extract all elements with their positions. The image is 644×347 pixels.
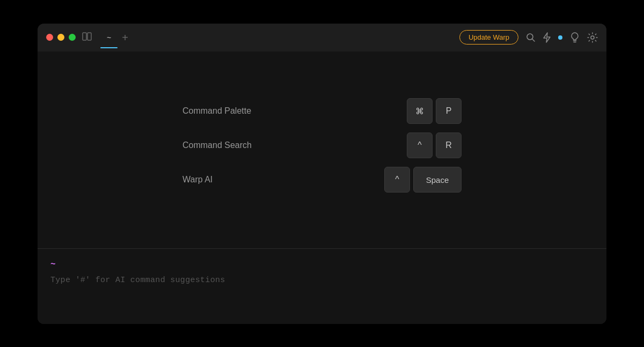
key-r: R [436,132,462,158]
svg-rect-1 [87,33,91,40]
title-bar: ~ + Update Warp [38,24,606,51]
split-icon[interactable] [82,32,92,43]
terminal-prompt: ~ [50,260,594,269]
tab-area: ~ + [100,31,459,44]
maximize-button[interactable] [69,34,76,41]
command-palette-shortcut: ⌘ P [407,98,462,124]
traffic-lights [46,34,76,41]
title-bar-right: Update Warp [459,30,598,45]
svg-line-3 [532,39,535,41]
active-tab[interactable]: ~ [100,31,118,44]
key-p: P [436,98,462,124]
commands-section: Command Palette ⌘ P Command Search ^ R W… [38,51,606,248]
bulb-icon[interactable] [570,32,580,43]
update-warp-button[interactable]: Update Warp [459,30,518,45]
search-icon[interactable] [526,33,536,42]
status-dot [558,35,562,40]
warp-ai-label: Warp AI [182,175,213,184]
key-ctrl: ^ [407,132,433,158]
svg-rect-0 [83,33,86,40]
key-ctrl2: ^ [384,167,410,193]
terminal-hint: Type '#' for AI command suggestions [50,276,594,285]
add-tab-button[interactable]: + [122,32,128,43]
key-cmd: ⌘ [407,98,433,124]
gear-icon[interactable] [587,32,598,43]
content-area: Command Palette ⌘ P Command Search ^ R W… [38,51,606,324]
command-palette-row: Command Palette ⌘ P [182,98,462,124]
warp-ai-shortcut: ^ Space [384,167,462,193]
svg-point-4 [591,36,594,39]
command-search-row: Command Search ^ R [182,132,462,158]
bolt-icon[interactable] [543,32,551,43]
blue-indicator [558,35,562,40]
terminal-window: ~ + Update Warp [38,24,606,324]
tab-label: ~ [107,33,111,42]
command-palette-label: Command Palette [182,106,251,116]
minimize-button[interactable] [57,34,64,41]
command-search-shortcut: ^ R [407,132,462,158]
terminal-section[interactable]: ~ Type '#' for AI command suggestions [38,249,606,324]
command-search-label: Command Search [182,141,252,150]
close-button[interactable] [46,34,53,41]
warp-ai-row: Warp AI ^ Space [182,167,462,193]
key-space: Space [413,167,462,193]
